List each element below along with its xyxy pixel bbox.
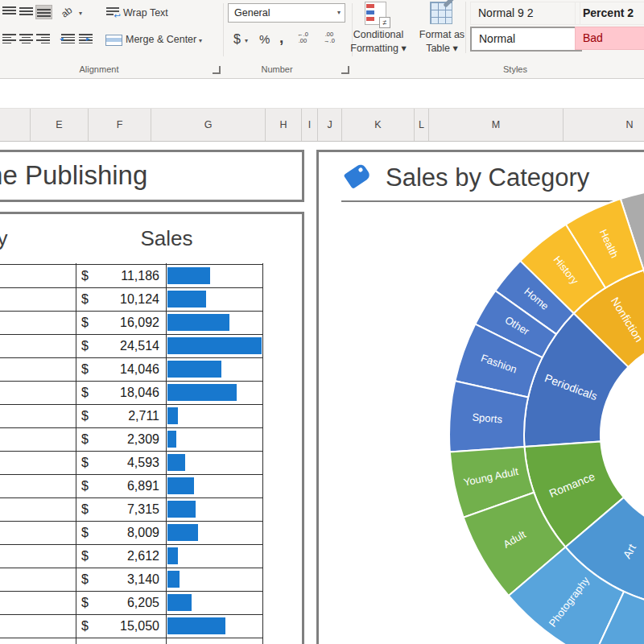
- style-chip-percent-2[interactable]: Percent 2: [575, 2, 644, 25]
- formula-bar[interactable]: [0, 79, 644, 109]
- column-header-J[interactable]: J: [318, 109, 342, 141]
- column-header-N[interactable]: N: [564, 109, 644, 141]
- column-header-partial[interactable]: [0, 109, 31, 141]
- increase-decimal-button[interactable]: ←.0 .00: [291, 31, 314, 44]
- align-bottom-button[interactable]: [36, 6, 52, 19]
- orientation-caret-icon[interactable]: ▾: [79, 10, 82, 17]
- align-right-button[interactable]: [36, 33, 50, 44]
- sales-table-panel: [0, 212, 304, 644]
- decrease-indent-arrow-icon: ◂: [60, 35, 64, 43]
- column-header-K[interactable]: K: [342, 109, 415, 141]
- conditional-formatting-icon: ≠: [365, 2, 386, 25]
- group-label-styles: Styles: [467, 64, 564, 74]
- wrap-text-button[interactable]: Wrap Text: [123, 7, 168, 19]
- orientation-icon[interactable]: ab: [59, 4, 74, 19]
- percent-style-button[interactable]: %: [259, 32, 270, 46]
- table-header-category: Category: [0, 226, 8, 251]
- accounting-format-button[interactable]: $: [233, 32, 241, 47]
- increase-indent-arrow-icon: ▸: [86, 35, 90, 43]
- format-as-table-icon: [430, 2, 452, 24]
- number-dialog-launcher[interactable]: [341, 66, 349, 74]
- align-top-button[interactable]: [2, 6, 16, 17]
- left-panel-title: me Publishing: [0, 160, 147, 191]
- sunburst-chart[interactable]: NonfictionPeriodicalsRomanceArtCraftsHea…: [317, 151, 644, 644]
- align-center-button[interactable]: [19, 33, 33, 44]
- column-header-L[interactable]: L: [415, 109, 429, 141]
- alignment-dialog-launcher[interactable]: [213, 66, 221, 74]
- number-format-caret-icon: ▾: [337, 4, 341, 22]
- merge-center-caret-icon[interactable]: ▾: [199, 37, 202, 44]
- merge-center-button[interactable]: Merge & Center: [126, 34, 196, 45]
- merge-center-icon: [105, 35, 122, 46]
- accounting-caret-icon[interactable]: ▾: [245, 37, 248, 44]
- column-header-row: EFGHIJKLMN: [0, 109, 644, 142]
- wrap-text-icon: ↩: [106, 6, 119, 18]
- sunburst-label: Sports: [472, 411, 503, 426]
- group-label-alignment: Alignment: [51, 64, 147, 74]
- column-header-F[interactable]: F: [89, 109, 151, 141]
- align-left-button[interactable]: [2, 33, 16, 44]
- number-format-select[interactable]: General ▾: [228, 3, 345, 23]
- style-chip-bad[interactable]: Bad: [575, 27, 644, 50]
- not-equal-badge-icon: ≠: [379, 17, 390, 28]
- column-header-M[interactable]: M: [429, 109, 564, 141]
- column-header-H[interactable]: H: [266, 109, 302, 141]
- align-middle-button[interactable]: [19, 6, 33, 17]
- paintbrush-icon: [443, 0, 454, 8]
- column-header-G[interactable]: G: [151, 109, 266, 141]
- number-format-value: General: [234, 7, 270, 19]
- ribbon: ab ▾ ◂ ▸ ↩ Wrap Text Merge & Center ▾ Ge…: [0, 0, 644, 79]
- style-chip-normal-selected[interactable]: Normal: [470, 27, 582, 52]
- comma-style-button[interactable]: ,: [279, 29, 283, 47]
- group-label-number: Number: [229, 64, 325, 74]
- column-header-I[interactable]: I: [302, 109, 318, 141]
- column-header-E[interactable]: E: [31, 109, 89, 141]
- style-chip-normal-9-2[interactable]: Normal 9 2: [470, 2, 580, 25]
- table-header-sales: Sales: [106, 226, 227, 251]
